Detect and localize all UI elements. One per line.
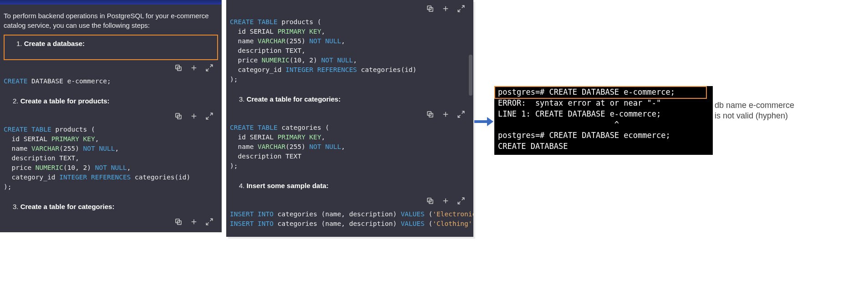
- expand-icon[interactable]: [205, 112, 213, 120]
- svg-line-28: [462, 111, 464, 113]
- code-create-database: CREATE DATABASE e-commerce;: [0, 75, 222, 92]
- copy-icon[interactable]: [174, 64, 183, 72]
- copy-icon[interactable]: [426, 110, 434, 118]
- panel-accent-bar: [0, 0, 222, 5]
- intro-text: To perform backend operations in Postgre…: [0, 11, 222, 34]
- code-create-products-2: CREATE TABLE products ( id SERIAL PRIMAR…: [226, 15, 473, 91]
- svg-line-11: [206, 117, 208, 119]
- svg-line-16: [210, 219, 213, 221]
- plus-icon[interactable]: [442, 110, 450, 118]
- step-label: Create a database:: [24, 40, 85, 47]
- code-toolbar: [226, 107, 473, 121]
- expand-icon[interactable]: [457, 197, 465, 205]
- expand-icon[interactable]: [457, 5, 465, 13]
- step-number: 1.: [16, 40, 24, 47]
- copy-icon[interactable]: [426, 197, 434, 205]
- copy-icon[interactable]: [174, 112, 183, 120]
- copy-icon[interactable]: [426, 5, 434, 13]
- terminal-line: LINE 1: CREATE DATABASE e-commerce;: [498, 109, 709, 120]
- step-label: Create a table for categories:: [20, 203, 115, 210]
- svg-marker-37: [487, 117, 493, 126]
- arrow-icon: [474, 116, 493, 127]
- step-4: 4. Insert some sample data:: [226, 177, 473, 194]
- step-label: Create a table for products:: [20, 97, 110, 105]
- svg-line-10: [210, 113, 213, 115]
- terminal-line: postgres=# CREATE DATABASE e-commerce;: [498, 87, 709, 98]
- code-create-products: CREATE TABLE products ( id SERIAL PRIMAR…: [0, 123, 222, 198]
- terminal-line: ERROR: syntax error at or near "-": [498, 98, 709, 109]
- expand-icon[interactable]: [457, 110, 465, 118]
- step-label: Insert some sample data:: [247, 182, 329, 189]
- expand-icon[interactable]: [205, 218, 213, 226]
- svg-rect-36: [474, 120, 487, 123]
- svg-line-35: [458, 202, 460, 204]
- svg-line-4: [210, 65, 213, 67]
- step-label: Create a table for categories:: [247, 95, 341, 103]
- svg-line-17: [206, 223, 208, 225]
- code-toolbar: [226, 194, 473, 208]
- code-toolbar: [0, 109, 222, 123]
- step-3-right: 3. Create a table for categories:: [226, 91, 473, 107]
- annotation-text: db name e-commerce is not valid (hyphen): [715, 100, 799, 122]
- plus-icon[interactable]: [442, 5, 450, 13]
- svg-line-29: [458, 115, 460, 117]
- terminal-output: postgres=# CREATE DATABASE e-commerce; E…: [494, 86, 713, 155]
- step-number: 3.: [239, 95, 247, 103]
- step-3: 3. Create a table for categories:: [0, 198, 222, 215]
- step-number: 3.: [13, 203, 20, 210]
- code-toolbar: [0, 61, 222, 75]
- plus-icon[interactable]: [190, 64, 198, 72]
- code-insert-data: INSERT INTO categories (name, descriptio…: [226, 208, 473, 235]
- code-toolbar: [226, 0, 473, 15]
- terminal-line: ^: [498, 119, 709, 130]
- chat-panel-right: CREATE TABLE products ( id SERIAL PRIMAR…: [226, 0, 473, 237]
- terminal-line: CREATE DATABASE: [498, 141, 709, 152]
- scrollbar[interactable]: [469, 55, 472, 96]
- sql-text: DATABASE e-commerce;: [27, 77, 111, 85]
- code-toolbar: [0, 215, 222, 229]
- copy-icon[interactable]: [174, 218, 183, 226]
- plus-icon[interactable]: [190, 112, 198, 120]
- terminal-line: postgres=# CREATE DATABASE ecommerce;: [498, 130, 709, 141]
- svg-line-22: [462, 5, 464, 8]
- terminal-wrap: postgres=# CREATE DATABASE e-commerce; E…: [494, 86, 713, 155]
- plus-icon[interactable]: [190, 218, 198, 226]
- sql-keyword: CREATE: [4, 77, 27, 85]
- step-1: 1. Create a database:: [4, 35, 218, 60]
- plus-icon[interactable]: [442, 197, 450, 205]
- chat-panel-left: To perform backend operations in Postgre…: [0, 0, 222, 232]
- code-create-categories: CREATE TABLE categories ( id SERIAL PRIM…: [226, 121, 473, 177]
- svg-line-34: [462, 198, 464, 200]
- svg-line-23: [458, 10, 460, 12]
- svg-line-5: [206, 69, 208, 71]
- step-2: 2. Create a table for products:: [0, 92, 222, 109]
- step-number: 4.: [239, 182, 247, 189]
- expand-icon[interactable]: [205, 64, 213, 72]
- step-number: 2.: [13, 97, 20, 105]
